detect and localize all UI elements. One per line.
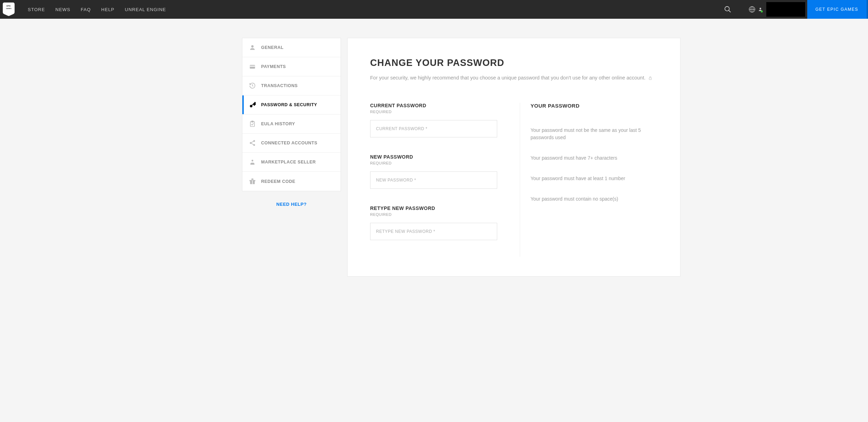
sidebar-item-label: PAYMENTS (261, 64, 286, 69)
retype-password-label: RETYPE NEW PASSWORD (370, 205, 497, 211)
sidebar-item-eula-history[interactable]: EULA HISTORY (242, 115, 341, 134)
search-icon[interactable] (716, 0, 740, 19)
user-menu[interactable] (766, 2, 805, 17)
svg-point-15 (250, 142, 252, 144)
password-form: CURRENT PASSWORD REQUIRED NEW PASSWORD R… (370, 103, 504, 257)
current-password-label: CURRENT PASSWORD (370, 103, 497, 108)
sidebar-item-password-security[interactable]: PASSWORD & SECURITY (242, 95, 341, 115)
svg-point-8 (251, 45, 254, 48)
svg-text:EPIC: EPIC (7, 5, 11, 7)
page-subtitle: For your security, we highly recommend t… (370, 74, 658, 82)
sidebar-item-redeem-code[interactable]: REDEEM CODE (242, 172, 341, 191)
svg-rect-10 (250, 66, 255, 67)
clipboard-check-icon (249, 120, 256, 128)
svg-line-17 (251, 141, 253, 142)
password-rule: Your password must not be the same as yo… (531, 127, 658, 141)
svg-point-16 (253, 144, 255, 146)
nav-faq[interactable]: FAQ (81, 7, 91, 12)
nav-unreal-engine[interactable]: UNREAL ENGINE (125, 7, 166, 12)
sidebar-item-connected-accounts[interactable]: CONNECTED ACCOUNTS (242, 134, 341, 153)
account-sidebar: GENERAL PAYMENTS TRANSACTIONS PASSWORD &… (242, 38, 341, 277)
sidebar-item-general[interactable]: GENERAL (242, 38, 341, 57)
new-password-input[interactable] (370, 171, 497, 189)
history-icon (249, 82, 256, 90)
svg-rect-9 (250, 65, 255, 69)
required-label: REQUIRED (370, 212, 497, 217)
sidebar-item-label: REDEEM CODE (261, 179, 295, 184)
main-nav: STORE NEWS FAQ HELP UNREAL ENGINE (17, 7, 166, 12)
sidebar-item-label: TRANSACTIONS (261, 83, 298, 88)
sidebar-item-transactions[interactable]: TRANSACTIONS (242, 76, 341, 95)
share-icon (249, 139, 256, 147)
key-icon (249, 101, 256, 109)
person-icon (249, 44, 256, 51)
svg-point-14 (253, 140, 255, 142)
new-password-label: NEW PASSWORD (370, 154, 497, 160)
lock-icon (648, 76, 652, 81)
nav-store[interactable]: STORE (28, 7, 45, 12)
main-content: CHANGE YOUR PASSWORD For your security, … (347, 38, 681, 277)
svg-point-7 (759, 8, 761, 9)
required-label: REQUIRED (370, 161, 497, 165)
gift-icon (249, 178, 256, 185)
nav-help[interactable]: HELP (101, 7, 115, 12)
sidebar-item-label: CONNECTED ACCOUNTS (261, 141, 317, 145)
sidebar-item-label: MARKETPLACE SELLER (261, 160, 316, 164)
sidebar-item-marketplace-seller[interactable]: MARKETPLACE SELLER (242, 153, 341, 172)
nav-news[interactable]: NEWS (56, 7, 70, 12)
get-epic-games-button[interactable]: GET EPIC GAMES (807, 0, 868, 19)
seller-icon (249, 158, 256, 166)
sidebar-item-label: GENERAL (261, 45, 284, 50)
required-label: REQUIRED (370, 110, 497, 114)
sidebar-item-label: EULA HISTORY (261, 121, 295, 126)
current-password-input[interactable] (370, 120, 497, 137)
rules-title: YOUR PASSWORD (531, 103, 658, 109)
epic-games-logo[interactable]: EPICGAMES (0, 0, 17, 19)
password-rule: Your password must have at least 1 numbe… (531, 175, 658, 182)
svg-text:GAMES: GAMES (6, 8, 11, 9)
status-online-dot (761, 10, 763, 12)
page-title: CHANGE YOUR PASSWORD (370, 58, 658, 68)
svg-rect-13 (252, 121, 253, 122)
sidebar-item-payments[interactable]: PAYMENTS (242, 57, 341, 76)
sidebar-item-label: PASSWORD & SECURITY (261, 102, 317, 107)
svg-line-18 (251, 143, 253, 144)
retype-password-input[interactable] (370, 223, 497, 240)
password-rule: Your password must contain no space(s) (531, 195, 658, 203)
svg-point-2 (725, 7, 729, 11)
svg-line-3 (728, 10, 731, 12)
card-icon (249, 63, 256, 70)
password-rules: YOUR PASSWORD Your password must not be … (520, 103, 658, 257)
svg-rect-22 (252, 180, 253, 184)
top-nav-header: EPICGAMES STORE NEWS FAQ HELP UNREAL ENG… (0, 0, 868, 19)
svg-point-19 (252, 160, 253, 161)
need-help-link[interactable]: NEED HELP? (242, 191, 341, 217)
svg-rect-23 (649, 78, 652, 80)
password-rule: Your password must have 7+ characters (531, 154, 658, 162)
